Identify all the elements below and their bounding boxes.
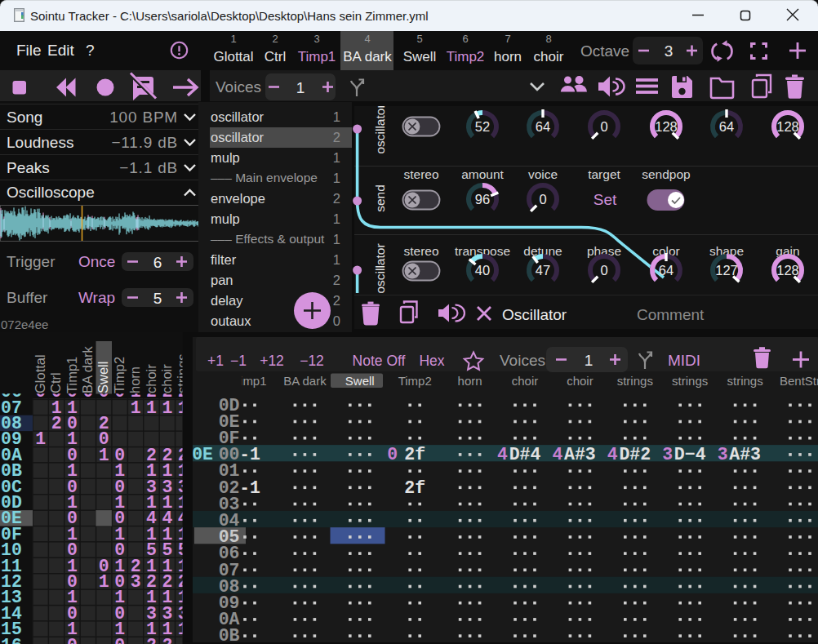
svg-text:1: 1 [585,352,593,369]
svg-text:D−4: D−4 [674,445,706,464]
svg-text:Hex: Hex [419,353,444,369]
svg-text:128: 128 [655,119,678,134]
svg-text:color: color [652,92,680,106]
svg-text:Set: Set [593,191,617,208]
svg-text:voice: voice [528,167,558,181]
svg-text:A#3: A#3 [729,445,761,464]
svg-text:0: 0 [600,263,607,278]
svg-text:1: 1 [146,398,157,418]
svg-text:amount: amount [461,167,504,181]
svg-text:64: 64 [536,119,550,134]
svg-text:BA dark: BA dark [80,345,95,393]
svg-text:stereo: stereo [403,92,438,106]
svg-text:+12: +12 [260,353,284,369]
svg-text:choir: choir [159,364,174,393]
svg-text:0: 0 [114,636,125,644]
svg-text:Oscillator: Oscillator [502,306,567,323]
svg-text:40: 40 [475,263,490,278]
svg-text:1: 1 [178,398,189,418]
svg-text:3: 3 [131,572,141,592]
svg-text:send: send [373,184,387,212]
svg-text:A#3: A#3 [564,445,596,464]
svg-text:2: 2 [162,636,172,644]
svg-text:2f: 2f [404,445,425,464]
svg-text:Timp2: Timp2 [398,374,432,388]
svg-text:0: 0 [539,192,546,207]
svg-text:47: 47 [536,263,550,278]
svg-text:+1: +1 [207,353,224,369]
svg-text:Swell: Swell [96,362,110,393]
svg-text:−12: −12 [300,353,324,369]
svg-text:3: 3 [662,445,673,464]
svg-text:gain: gain [776,92,799,106]
svg-text:4: 4 [552,445,562,464]
svg-text:choir: choir [567,374,593,388]
svg-text:D#2: D#2 [619,445,651,464]
svg-text:detune: detune [523,92,562,106]
svg-text:−1: −1 [230,353,247,369]
svg-text:stereo: stereo [403,167,438,181]
svg-text:BA dark: BA dark [283,374,327,388]
svg-text:target: target [588,167,620,181]
svg-text:0: 0 [387,445,398,464]
svg-text:64: 64 [659,263,674,278]
svg-text:Voices: Voices [500,352,545,369]
svg-text:1: 1 [162,398,172,418]
svg-text:1: 1 [131,398,141,418]
svg-text:127: 127 [715,263,738,278]
svg-text:BentStr: BentStr [780,374,818,388]
svg-text:Swell: Swell [345,374,375,388]
svg-text:2: 2 [51,414,62,433]
svg-text:16: 16 [1,636,22,644]
svg-text:D#4: D#4 [509,445,541,464]
svg-text:Ctrl: Ctrl [48,372,63,393]
svg-text:2: 2 [146,636,157,644]
svg-text:Timp1: Timp1 [64,357,79,393]
svg-text:1: 1 [178,620,189,639]
svg-text:transpose: transpose [455,92,510,106]
svg-text:0B: 0B [219,626,240,644]
svg-text:choir: choir [512,374,539,388]
svg-text:choir: choir [144,364,158,393]
svg-text:sendpop: sendpop [642,167,690,181]
svg-text:strings: strings [727,374,763,388]
svg-text:52: 52 [475,119,490,134]
svg-text:-1: -1 [239,445,260,464]
svg-text:3: 3 [718,445,728,464]
svg-text:oscillator: oscillator [373,104,387,153]
svg-text:128: 128 [776,119,799,134]
svg-text:96: 96 [475,192,490,207]
svg-text:0E: 0E [192,445,213,464]
svg-text:4: 4 [497,445,508,464]
svg-text:Glottal: Glottal [33,354,47,393]
svg-text:Comment: Comment [637,306,705,323]
svg-text:MIDI: MIDI [668,352,700,369]
svg-text:Timp2: Timp2 [112,357,127,393]
svg-text:0: 0 [67,636,78,644]
svg-text:-1: -1 [239,478,260,498]
svg-text:4: 4 [607,445,618,464]
svg-text:128: 128 [776,263,799,278]
svg-text:1: 1 [35,429,46,449]
svg-text:stereo: stereo [403,244,438,258]
svg-text:2f: 2f [404,478,425,498]
svg-text:strings: strings [617,374,653,388]
svg-text:strings: strings [175,353,189,393]
svg-text:1: 1 [99,446,109,465]
svg-text:shape: shape [709,92,744,106]
svg-text:0: 0 [600,119,607,134]
svg-text:64: 64 [719,119,734,134]
svg-text:phase: phase [587,92,621,106]
svg-text:horn: horn [127,366,142,393]
svg-text:1: 1 [99,572,109,592]
svg-text:Note Off: Note Off [353,353,406,369]
svg-text:horn: horn [458,374,482,388]
svg-text:oscillator: oscillator [373,243,387,293]
svg-text:strings: strings [672,374,708,388]
